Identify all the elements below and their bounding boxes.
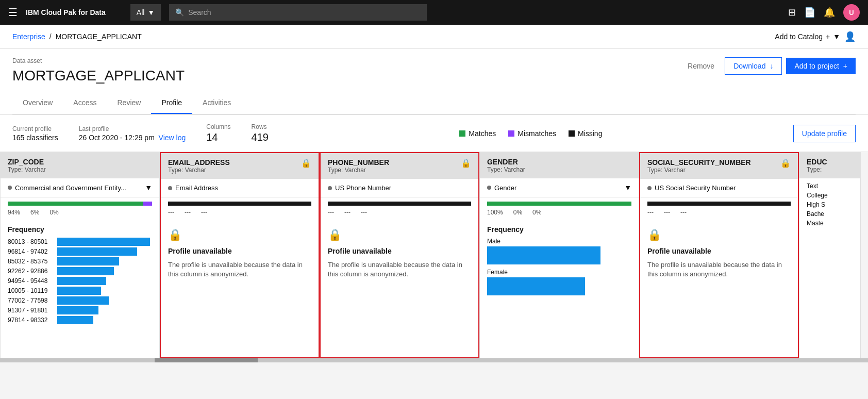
unavail-title: Profile unavailable bbox=[168, 247, 311, 255]
missing-pct: 0% bbox=[49, 209, 58, 216]
menu-icon[interactable]: ☰ bbox=[8, 6, 18, 19]
freq-label: 97814 - 98332 bbox=[8, 317, 54, 324]
document-icon[interactable]: 📄 bbox=[804, 7, 815, 18]
columns-value: 14 bbox=[206, 131, 230, 143]
missing-pct: --- bbox=[680, 209, 687, 216]
chevron-down-icon: ▼ bbox=[147, 8, 155, 16]
freq-bar bbox=[57, 287, 101, 295]
breadcrumb-enterprise[interactable]: Enterprise bbox=[12, 32, 45, 41]
scroll-thumb[interactable] bbox=[155, 358, 258, 362]
profile-unavailable-section: 🔒 Profile unavailable The profile is una… bbox=[161, 220, 319, 287]
lock-big-icon: 🔒 bbox=[168, 228, 311, 242]
freq-bar-row: 92262 - 92886 bbox=[8, 267, 152, 275]
breadcrumb-separator: / bbox=[49, 32, 52, 41]
search-bar[interactable]: 🔍 bbox=[169, 4, 427, 21]
freq-bar-row: 85032 - 85375 bbox=[8, 257, 152, 265]
classifier-label: Email Address bbox=[175, 184, 218, 192]
horizontal-scrollbar[interactable] bbox=[0, 358, 868, 362]
rows-value: 419 bbox=[252, 131, 269, 143]
freq-bar-row: 97814 - 98332 bbox=[8, 316, 152, 324]
col-header-partial: EDUC Type: bbox=[799, 153, 860, 178]
col-header-social_security_number: SOCIAL_SECURITY_NUMBER Type: Varchar🔒 bbox=[640, 153, 798, 179]
col-classifier: US Phone Number bbox=[321, 179, 478, 197]
tab-overview[interactable]: Overview bbox=[12, 92, 63, 114]
col-header-gender: GENDER Type: Varchar bbox=[480, 153, 639, 178]
stats-bar-track bbox=[168, 202, 311, 206]
search-icon: 🔍 bbox=[175, 8, 184, 16]
last-profile-date: 26 Oct 2020 - 12:29 pm View log bbox=[79, 134, 186, 142]
stats-bar-track bbox=[328, 202, 471, 206]
update-profile-button[interactable]: Update profile bbox=[793, 125, 856, 142]
classifier-dot bbox=[168, 186, 172, 190]
download-icon: ↓ bbox=[770, 62, 773, 70]
col-stats-bar: --- --- --- bbox=[321, 197, 478, 220]
freq-bar bbox=[57, 267, 114, 275]
tabs: Overview Access Review Profile Activitie… bbox=[12, 92, 856, 114]
column-card-gender: GENDER Type: Varchar Gender ▼ 100% 0% 0%… bbox=[479, 152, 639, 358]
header-actions: Remove Download ↓ Add to project + bbox=[681, 57, 856, 75]
classifier-label: Commercial and Government Entity... bbox=[15, 184, 126, 192]
missing-label: Missing bbox=[578, 129, 602, 138]
col-type: Type: Varchar bbox=[328, 167, 389, 174]
freq-bar-row: 80013 - 80501 bbox=[8, 238, 152, 246]
legend-matches: Matches bbox=[459, 129, 496, 138]
freq-bar bbox=[57, 247, 137, 256]
lock-icon: 🔒 bbox=[301, 158, 311, 168]
match-pct: --- bbox=[647, 209, 654, 216]
col-classifier[interactable]: Gender ▼ bbox=[480, 178, 639, 197]
col-name: ZIP_CODE bbox=[8, 158, 46, 166]
freq-label: 85032 - 85375 bbox=[8, 258, 54, 265]
breadcrumb-bar: Enterprise / MORTGAGE_APPLICANT Add to C… bbox=[0, 25, 868, 49]
freq-bar bbox=[487, 277, 585, 295]
columns-stat: Columns 14 bbox=[206, 123, 230, 143]
unavail-title: Profile unavailable bbox=[328, 247, 471, 255]
freq-label: Female bbox=[487, 269, 631, 276]
stats-bar-track bbox=[647, 202, 791, 206]
view-log-link[interactable]: View log bbox=[159, 134, 186, 142]
add-to-project-button[interactable]: Add to project + bbox=[786, 58, 856, 74]
chevron-down-icon[interactable]: ▼ bbox=[624, 184, 631, 192]
partial-freq: TextCollegeHigh SBacheMaste bbox=[799, 178, 860, 233]
tab-access[interactable]: Access bbox=[63, 92, 107, 114]
current-profile-label: Current profile bbox=[12, 125, 58, 132]
search-filter[interactable]: All ▼ bbox=[130, 4, 161, 21]
notifications-icon[interactable]: 🔔 bbox=[824, 7, 835, 18]
classifier-dot bbox=[647, 186, 652, 190]
col-type-partial: Type: bbox=[807, 166, 853, 173]
col-name: SOCIAL_SECURITY_NUMBER bbox=[647, 158, 751, 167]
col-classifier[interactable]: Commercial and Government Entity... ▼ bbox=[1, 178, 159, 197]
freq-label: 92262 - 92886 bbox=[8, 268, 54, 275]
add-to-catalog-button[interactable]: Add to Catalog + ▼ bbox=[775, 32, 840, 41]
rows-label: Rows bbox=[252, 123, 269, 130]
col-type: Type: Varchar bbox=[168, 167, 230, 174]
tab-profile[interactable]: Profile bbox=[151, 92, 192, 114]
unavail-title: Profile unavailable bbox=[647, 247, 791, 255]
avatar[interactable]: U bbox=[843, 4, 860, 21]
mismatch-pct: --- bbox=[664, 209, 670, 216]
match-pct: --- bbox=[328, 209, 334, 216]
column-card-partial: EDUC Type: TextCollegeHigh SBacheMaste bbox=[799, 152, 861, 358]
top-nav: ☰ IBM Cloud Pak for Data All ▼ 🔍 ⊞ 📄 🔔 U bbox=[0, 0, 868, 25]
chevron-down-icon[interactable]: ▼ bbox=[145, 184, 152, 192]
unavail-desc: The profile is unavailable because the d… bbox=[647, 260, 791, 279]
missing-dot bbox=[569, 130, 575, 137]
app-title: IBM Cloud Pak for Data bbox=[26, 8, 106, 16]
search-input[interactable] bbox=[188, 8, 421, 16]
column-card-phone_number: PHONE_NUMBER Type: Varchar🔒 US Phone Num… bbox=[320, 152, 479, 358]
matches-label: Matches bbox=[469, 129, 496, 138]
profile-unavailable-section: 🔒 Profile unavailable The profile is una… bbox=[321, 220, 478, 287]
download-button[interactable]: Download ↓ bbox=[725, 57, 782, 75]
mismatches-label: Mismatches bbox=[518, 129, 556, 138]
apps-icon[interactable]: ⊞ bbox=[788, 7, 796, 18]
remove-button[interactable]: Remove bbox=[681, 58, 721, 74]
tab-review[interactable]: Review bbox=[107, 92, 151, 114]
col-name: PHONE_NUMBER bbox=[328, 158, 389, 167]
match-pct: --- bbox=[168, 209, 174, 216]
classifiers-value: 165 classifiers bbox=[12, 134, 58, 142]
chevron-down-icon-catalog: ▼ bbox=[833, 32, 840, 41]
tab-activities[interactable]: Activities bbox=[192, 92, 241, 114]
add-project-plus-icon: + bbox=[843, 62, 847, 70]
partial-freq-item: Maste bbox=[807, 220, 853, 227]
current-profile-stat: Current profile 165 classifiers bbox=[12, 125, 58, 142]
frequency-title: Frequency bbox=[8, 225, 152, 234]
